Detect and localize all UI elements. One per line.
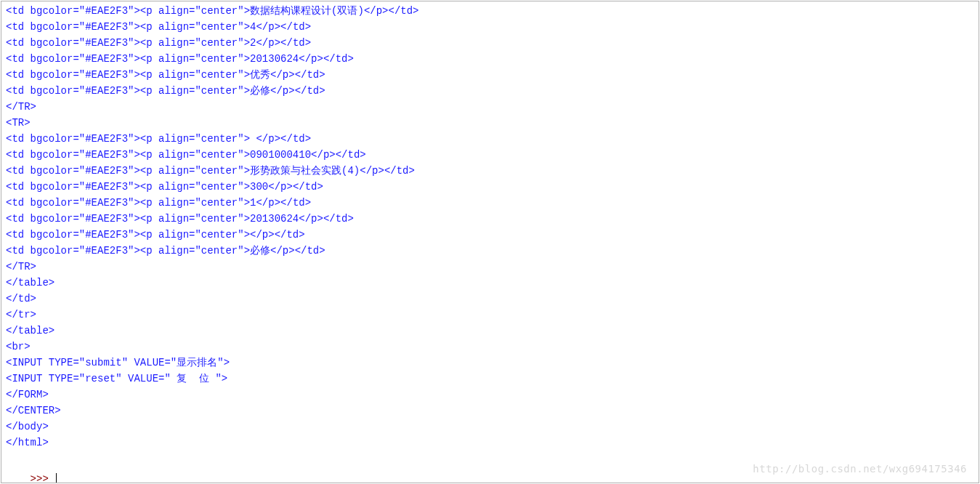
code-line: </body> [6, 419, 974, 435]
code-line: <td bgcolor="#EAE2F3"><p align="center">… [6, 35, 974, 51]
code-line: <td bgcolor="#EAE2F3"><p align="center">… [6, 243, 974, 259]
prompt-symbol: >>> [31, 473, 55, 483]
code-line: <INPUT TYPE="reset" VALUE=" 复 位 "> [6, 371, 974, 387]
text-cursor [56, 473, 57, 483]
code-line: <td bgcolor="#EAE2F3"><p align="center">… [6, 67, 974, 83]
code-output: <td bgcolor="#EAE2F3"><p align="center">… [6, 3, 974, 451]
code-line: <td bgcolor="#EAE2F3"><p align="center">… [6, 227, 974, 243]
code-line: <td bgcolor="#EAE2F3"><p align="center">… [6, 179, 974, 195]
code-line: </td> [6, 291, 974, 307]
code-line: <INPUT TYPE="submit" VALUE="显示排名"> [6, 355, 974, 371]
code-line: </tr> [6, 307, 974, 323]
terminal-output-area[interactable]: <td bgcolor="#EAE2F3"><p align="center">… [1, 1, 979, 483]
code-line: </table> [6, 275, 974, 291]
code-line: <br> [6, 339, 974, 355]
code-line: <td bgcolor="#EAE2F3"><p align="center">… [6, 195, 974, 211]
code-line: </TR> [6, 259, 974, 275]
prompt-line[interactable]: >>> [6, 455, 974, 483]
code-line: </FORM> [6, 387, 974, 403]
code-line: <td bgcolor="#EAE2F3"><p align="center">… [6, 147, 974, 163]
code-line: </TR> [6, 99, 974, 115]
code-line: </html> [6, 435, 974, 451]
code-line: </table> [6, 323, 974, 339]
code-line: <td bgcolor="#EAE2F3"><p align="center">… [6, 131, 974, 147]
code-line: <td bgcolor="#EAE2F3"><p align="center">… [6, 51, 974, 67]
code-line: <td bgcolor="#EAE2F3"><p align="center">… [6, 19, 974, 35]
code-line: <td bgcolor="#EAE2F3"><p align="center">… [6, 3, 974, 19]
code-line: <td bgcolor="#EAE2F3"><p align="center">… [6, 211, 974, 227]
code-line: </CENTER> [6, 403, 974, 419]
code-line: <td bgcolor="#EAE2F3"><p align="center">… [6, 163, 974, 179]
code-line: <TR> [6, 115, 974, 131]
code-line: <td bgcolor="#EAE2F3"><p align="center">… [6, 83, 974, 99]
